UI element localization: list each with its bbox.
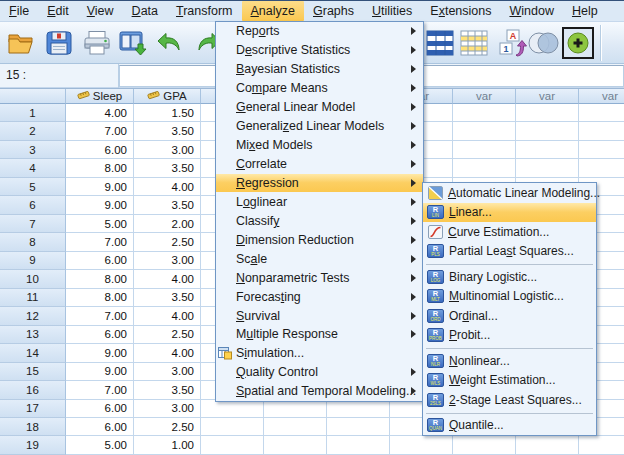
data-cell-gpa[interactable]: 1.50 [134,104,201,122]
empty-data-cell[interactable] [579,159,624,177]
row-number-cell[interactable]: 4 [0,159,66,177]
regression-submenu-item-curve-estimation[interactable]: Curve Estimation... [423,222,596,242]
empty-data-cell[interactable] [579,141,624,159]
empty-data-cell[interactable] [516,104,579,122]
data-cell-sleep[interactable]: 4.00 [66,104,134,122]
data-cell-gpa[interactable]: 4.00 [134,178,201,196]
empty-data-cell[interactable] [201,436,264,454]
analyze-menu-item-survival[interactable]: Survival [216,306,423,325]
data-cell-gpa[interactable]: 3.50 [134,381,201,399]
regression-submenu-item-binary-logistic[interactable]: RLOGBinary Logistic... [423,267,596,287]
regression-submenu-item-partial-least-squares[interactable]: RPLSPartial Least Squares... [423,242,596,262]
analyze-menu-item-descriptive-statistics[interactable]: Descriptive Statistics [216,41,423,60]
analyze-menu-item-multiple-response[interactable]: Multiple Response [216,325,423,344]
analyze-menu-item-forecasting[interactable]: Forecasting [216,287,423,306]
row-number-cell[interactable]: 9 [0,252,66,270]
empty-data-cell[interactable] [327,400,390,418]
analyze-menu-item-classify[interactable]: Classify [216,211,423,230]
row-number-cell[interactable]: 18 [0,418,66,436]
row-number-cell[interactable]: 16 [0,381,66,399]
data-cell-gpa[interactable]: 3.50 [134,159,201,177]
menubar-item-help[interactable]: Help [563,1,607,21]
data-cell-gpa[interactable]: 4.00 [134,270,201,288]
menubar-item-extensions[interactable]: Extensions [421,1,500,21]
data-cell-gpa[interactable]: 2.00 [134,215,201,233]
data-cell-gpa[interactable]: 2.50 [134,233,201,251]
row-number-cell[interactable]: 10 [0,270,66,288]
data-cell-sleep[interactable]: 5.00 [66,436,134,454]
empty-data-cell[interactable] [453,104,516,122]
analyze-menu-item-quality-control[interactable]: Quality Control [216,363,423,382]
custom-dialogs-icon[interactable] [562,27,594,59]
print-icon[interactable] [80,26,114,60]
data-cell-gpa[interactable]: 1.00 [134,436,201,454]
data-cell-sleep[interactable]: 9.00 [66,344,134,362]
empty-data-cell[interactable] [201,400,264,418]
column-header-gpa[interactable]: GPA [134,89,201,104]
save-icon[interactable] [42,26,76,60]
analyze-menu-item-reports[interactable]: Reports [216,22,423,41]
regression-submenu-item-multinomial-logistic[interactable]: RMLTMultinomial Logistic... [423,287,596,307]
recall-dialogs-icon[interactable] [116,26,150,60]
use-sets-icon[interactable] [526,26,560,60]
column-header-sleep[interactable]: Sleep [66,89,134,104]
analyze-menu-item-loglinear[interactable]: Loglinear [216,192,423,211]
empty-data-cell[interactable] [327,418,390,436]
empty-data-cell[interactable] [264,418,327,436]
row-number-cell[interactable]: 1 [0,104,66,122]
row-number-cell[interactable]: 19 [0,436,66,454]
analyze-menu-item-mixed-models[interactable]: Mixed Models [216,136,423,155]
regression-submenu-item-automatic-linear-modeling[interactable]: Automatic Linear Modeling... [423,183,596,203]
value-labels-icon[interactable]: A1 [495,26,529,60]
menubar-item-window[interactable]: Window [500,1,562,21]
row-number-cell[interactable]: 6 [0,196,66,214]
data-cell-gpa[interactable]: 2.50 [134,418,201,436]
data-cell-sleep[interactable]: 7.00 [66,381,134,399]
menubar-item-analyze[interactable]: Analyze [242,1,304,21]
data-cell-sleep[interactable]: 6.00 [66,400,134,418]
menubar-item-data[interactable]: Data [123,1,167,21]
empty-data-cell[interactable] [579,436,624,454]
open-data-icon[interactable] [4,26,38,60]
data-cell-sleep[interactable]: 7.00 [66,307,134,325]
empty-data-cell[interactable] [453,436,516,454]
menubar-item-file[interactable]: File [0,1,38,21]
empty-data-cell[interactable] [327,436,390,454]
row-number-cell[interactable]: 13 [0,326,66,344]
data-cell-gpa[interactable]: 4.00 [134,344,201,362]
regression-submenu-item-nonlinear[interactable]: RNLRNonlinear... [423,351,596,371]
regression-submenu-item-probit[interactable]: RPROBProbit... [423,326,596,346]
empty-data-cell[interactable] [453,141,516,159]
empty-data-cell[interactable] [453,122,516,140]
menubar-item-utilities[interactable]: Utilities [363,1,421,21]
data-cell-gpa[interactable]: 3.00 [134,141,201,159]
column-header-var[interactable]: var [579,89,624,104]
data-cell-sleep[interactable]: 6.00 [66,326,134,344]
empty-data-cell[interactable] [453,159,516,177]
row-number-cell[interactable]: 11 [0,289,66,307]
empty-data-cell[interactable] [516,159,579,177]
data-cell-sleep[interactable]: 9.00 [66,196,134,214]
analyze-menu-item-compare-means[interactable]: Compare Means [216,79,423,98]
analyze-menu-item-simulation[interactable]: Simulation... [216,344,423,363]
empty-data-cell[interactable] [516,436,579,454]
menubar-item-graphs[interactable]: Graphs [304,1,363,21]
data-cell-sleep[interactable]: 8.00 [66,159,134,177]
empty-data-cell[interactable] [579,122,624,140]
analyze-menu-item-regression[interactable]: Regression [216,174,423,193]
data-cell-sleep[interactable]: 6.00 [66,141,134,159]
menubar-item-edit[interactable]: Edit [38,1,78,21]
row-number-cell[interactable]: 17 [0,400,66,418]
grid-corner-cell[interactable] [0,89,66,104]
column-header-var[interactable]: var [453,89,516,104]
data-cell-sleep[interactable]: 9.00 [66,363,134,381]
data-cell-sleep[interactable]: 5.00 [66,215,134,233]
analyze-menu-item-spatial-and-temporal-modeling[interactable]: Spatial and Temporal Modeling... [216,382,423,401]
row-number-cell[interactable]: 15 [0,363,66,381]
empty-data-cell[interactable] [264,400,327,418]
regression-submenu-item-2-stage-least-squares[interactable]: R2SLS2-Stage Least Squares... [423,390,596,410]
variables-icon[interactable] [457,26,491,60]
data-cell-gpa[interactable]: 3.00 [134,252,201,270]
data-cell-gpa[interactable]: 3.00 [134,400,201,418]
data-cell-gpa[interactable]: 2.50 [134,326,201,344]
